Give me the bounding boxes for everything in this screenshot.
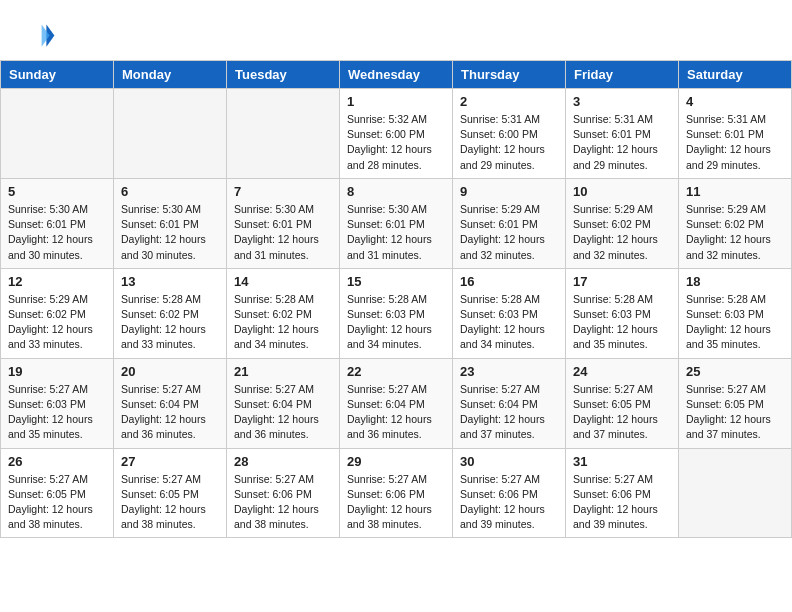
day-number: 31 xyxy=(573,454,671,469)
calendar-cell: 12Sunrise: 5:29 AM Sunset: 6:02 PM Dayli… xyxy=(1,268,114,358)
day-info: Sunrise: 5:27 AM Sunset: 6:03 PM Dayligh… xyxy=(8,382,106,443)
day-info: Sunrise: 5:29 AM Sunset: 6:02 PM Dayligh… xyxy=(573,202,671,263)
day-number: 4 xyxy=(686,94,784,109)
calendar-cell: 10Sunrise: 5:29 AM Sunset: 6:02 PM Dayli… xyxy=(566,178,679,268)
day-info: Sunrise: 5:27 AM Sunset: 6:06 PM Dayligh… xyxy=(234,472,332,533)
day-info: Sunrise: 5:27 AM Sunset: 6:05 PM Dayligh… xyxy=(8,472,106,533)
day-info: Sunrise: 5:31 AM Sunset: 6:01 PM Dayligh… xyxy=(686,112,784,173)
day-info: Sunrise: 5:27 AM Sunset: 6:06 PM Dayligh… xyxy=(347,472,445,533)
calendar-header-row: SundayMondayTuesdayWednesdayThursdayFrid… xyxy=(1,61,792,89)
day-info: Sunrise: 5:28 AM Sunset: 6:02 PM Dayligh… xyxy=(234,292,332,353)
calendar-cell: 11Sunrise: 5:29 AM Sunset: 6:02 PM Dayli… xyxy=(679,178,792,268)
day-number: 7 xyxy=(234,184,332,199)
calendar-cell xyxy=(1,89,114,179)
day-info: Sunrise: 5:31 AM Sunset: 6:00 PM Dayligh… xyxy=(460,112,558,173)
day-info: Sunrise: 5:30 AM Sunset: 6:01 PM Dayligh… xyxy=(347,202,445,263)
day-number: 11 xyxy=(686,184,784,199)
day-info: Sunrise: 5:30 AM Sunset: 6:01 PM Dayligh… xyxy=(8,202,106,263)
calendar-cell: 22Sunrise: 5:27 AM Sunset: 6:04 PM Dayli… xyxy=(340,358,453,448)
calendar-cell: 14Sunrise: 5:28 AM Sunset: 6:02 PM Dayli… xyxy=(227,268,340,358)
calendar-cell: 6Sunrise: 5:30 AM Sunset: 6:01 PM Daylig… xyxy=(114,178,227,268)
day-number: 13 xyxy=(121,274,219,289)
day-number: 23 xyxy=(460,364,558,379)
calendar-cell: 16Sunrise: 5:28 AM Sunset: 6:03 PM Dayli… xyxy=(453,268,566,358)
calendar-week-row: 12Sunrise: 5:29 AM Sunset: 6:02 PM Dayli… xyxy=(1,268,792,358)
calendar-cell: 23Sunrise: 5:27 AM Sunset: 6:04 PM Dayli… xyxy=(453,358,566,448)
calendar-cell: 26Sunrise: 5:27 AM Sunset: 6:05 PM Dayli… xyxy=(1,448,114,538)
day-info: Sunrise: 5:29 AM Sunset: 6:02 PM Dayligh… xyxy=(686,202,784,263)
day-number: 29 xyxy=(347,454,445,469)
weekday-header: Tuesday xyxy=(227,61,340,89)
calendar-cell: 28Sunrise: 5:27 AM Sunset: 6:06 PM Dayli… xyxy=(227,448,340,538)
day-number: 22 xyxy=(347,364,445,379)
day-number: 2 xyxy=(460,94,558,109)
weekday-header: Thursday xyxy=(453,61,566,89)
calendar-cell: 13Sunrise: 5:28 AM Sunset: 6:02 PM Dayli… xyxy=(114,268,227,358)
weekday-header: Friday xyxy=(566,61,679,89)
calendar-cell: 8Sunrise: 5:30 AM Sunset: 6:01 PM Daylig… xyxy=(340,178,453,268)
day-number: 1 xyxy=(347,94,445,109)
day-number: 20 xyxy=(121,364,219,379)
day-info: Sunrise: 5:27 AM Sunset: 6:05 PM Dayligh… xyxy=(686,382,784,443)
day-info: Sunrise: 5:27 AM Sunset: 6:04 PM Dayligh… xyxy=(121,382,219,443)
calendar-cell: 21Sunrise: 5:27 AM Sunset: 6:04 PM Dayli… xyxy=(227,358,340,448)
weekday-header: Monday xyxy=(114,61,227,89)
calendar-cell: 18Sunrise: 5:28 AM Sunset: 6:03 PM Dayli… xyxy=(679,268,792,358)
day-info: Sunrise: 5:27 AM Sunset: 6:04 PM Dayligh… xyxy=(234,382,332,443)
calendar-cell: 15Sunrise: 5:28 AM Sunset: 6:03 PM Dayli… xyxy=(340,268,453,358)
calendar-cell: 3Sunrise: 5:31 AM Sunset: 6:01 PM Daylig… xyxy=(566,89,679,179)
calendar-cell: 20Sunrise: 5:27 AM Sunset: 6:04 PM Dayli… xyxy=(114,358,227,448)
day-info: Sunrise: 5:32 AM Sunset: 6:00 PM Dayligh… xyxy=(347,112,445,173)
day-info: Sunrise: 5:27 AM Sunset: 6:05 PM Dayligh… xyxy=(121,472,219,533)
day-number: 16 xyxy=(460,274,558,289)
calendar-cell: 25Sunrise: 5:27 AM Sunset: 6:05 PM Dayli… xyxy=(679,358,792,448)
calendar-cell: 17Sunrise: 5:28 AM Sunset: 6:03 PM Dayli… xyxy=(566,268,679,358)
calendar-cell: 1Sunrise: 5:32 AM Sunset: 6:00 PM Daylig… xyxy=(340,89,453,179)
day-number: 19 xyxy=(8,364,106,379)
day-number: 6 xyxy=(121,184,219,199)
day-info: Sunrise: 5:30 AM Sunset: 6:01 PM Dayligh… xyxy=(234,202,332,263)
weekday-header: Saturday xyxy=(679,61,792,89)
day-info: Sunrise: 5:27 AM Sunset: 6:04 PM Dayligh… xyxy=(460,382,558,443)
weekday-header: Sunday xyxy=(1,61,114,89)
calendar-cell: 27Sunrise: 5:27 AM Sunset: 6:05 PM Dayli… xyxy=(114,448,227,538)
day-number: 15 xyxy=(347,274,445,289)
calendar-table: SundayMondayTuesdayWednesdayThursdayFrid… xyxy=(0,60,792,538)
day-number: 18 xyxy=(686,274,784,289)
page-header xyxy=(0,0,792,60)
day-number: 14 xyxy=(234,274,332,289)
calendar-cell xyxy=(114,89,227,179)
day-info: Sunrise: 5:27 AM Sunset: 6:05 PM Dayligh… xyxy=(573,382,671,443)
day-number: 24 xyxy=(573,364,671,379)
calendar-cell: 24Sunrise: 5:27 AM Sunset: 6:05 PM Dayli… xyxy=(566,358,679,448)
day-info: Sunrise: 5:27 AM Sunset: 6:06 PM Dayligh… xyxy=(573,472,671,533)
day-number: 26 xyxy=(8,454,106,469)
day-number: 28 xyxy=(234,454,332,469)
day-number: 21 xyxy=(234,364,332,379)
calendar-cell: 7Sunrise: 5:30 AM Sunset: 6:01 PM Daylig… xyxy=(227,178,340,268)
day-info: Sunrise: 5:29 AM Sunset: 6:01 PM Dayligh… xyxy=(460,202,558,263)
calendar-week-row: 5Sunrise: 5:30 AM Sunset: 6:01 PM Daylig… xyxy=(1,178,792,268)
calendar-week-row: 19Sunrise: 5:27 AM Sunset: 6:03 PM Dayli… xyxy=(1,358,792,448)
calendar-cell xyxy=(679,448,792,538)
day-info: Sunrise: 5:29 AM Sunset: 6:02 PM Dayligh… xyxy=(8,292,106,353)
day-info: Sunrise: 5:28 AM Sunset: 6:03 PM Dayligh… xyxy=(573,292,671,353)
calendar-cell: 9Sunrise: 5:29 AM Sunset: 6:01 PM Daylig… xyxy=(453,178,566,268)
day-info: Sunrise: 5:30 AM Sunset: 6:01 PM Dayligh… xyxy=(121,202,219,263)
calendar-cell: 29Sunrise: 5:27 AM Sunset: 6:06 PM Dayli… xyxy=(340,448,453,538)
day-info: Sunrise: 5:28 AM Sunset: 6:03 PM Dayligh… xyxy=(686,292,784,353)
day-number: 17 xyxy=(573,274,671,289)
day-info: Sunrise: 5:27 AM Sunset: 6:06 PM Dayligh… xyxy=(460,472,558,533)
day-info: Sunrise: 5:27 AM Sunset: 6:04 PM Dayligh… xyxy=(347,382,445,443)
day-number: 12 xyxy=(8,274,106,289)
day-number: 27 xyxy=(121,454,219,469)
calendar-cell xyxy=(227,89,340,179)
calendar-cell: 5Sunrise: 5:30 AM Sunset: 6:01 PM Daylig… xyxy=(1,178,114,268)
calendar-cell: 4Sunrise: 5:31 AM Sunset: 6:01 PM Daylig… xyxy=(679,89,792,179)
day-number: 25 xyxy=(686,364,784,379)
day-info: Sunrise: 5:28 AM Sunset: 6:03 PM Dayligh… xyxy=(460,292,558,353)
weekday-header: Wednesday xyxy=(340,61,453,89)
day-number: 3 xyxy=(573,94,671,109)
logo xyxy=(24,18,60,50)
calendar-week-row: 26Sunrise: 5:27 AM Sunset: 6:05 PM Dayli… xyxy=(1,448,792,538)
